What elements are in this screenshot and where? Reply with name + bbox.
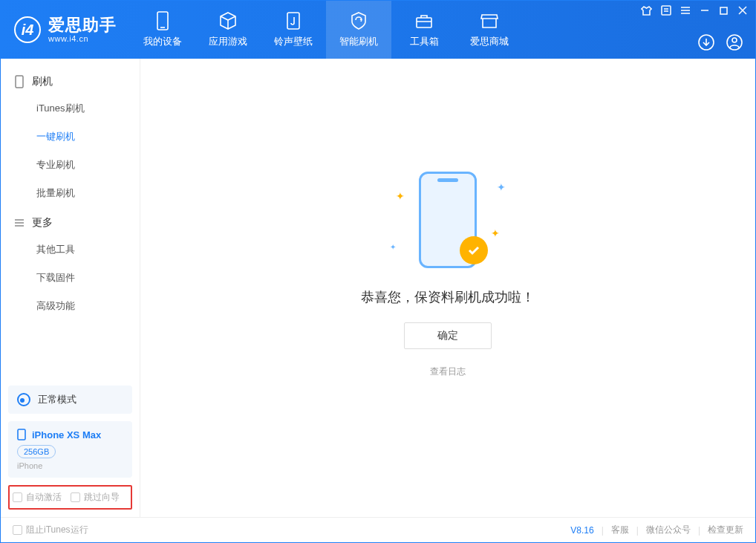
- sidebar-item-batch-flash[interactable]: 批量刷机: [1, 179, 140, 207]
- brand: i4 爱思助手 www.i4.cn: [1, 1, 130, 59]
- status-bar: 阻止iTunes运行 V8.16 | 客服 | 微信公众号 | 检查更新: [1, 517, 755, 542]
- ok-button[interactable]: 确定: [404, 322, 492, 349]
- main-content: ✦✦✦✦ 恭喜您，保资料刷机成功啦！ 确定 查看日志: [140, 59, 755, 517]
- phone-icon: [153, 11, 172, 30]
- sidebar-item-itunes-flash[interactable]: iTunes刷机: [1, 94, 140, 123]
- mode-status-icon: [17, 393, 30, 406]
- nav-smart-flash[interactable]: 智能刷机: [326, 1, 391, 59]
- svg-rect-17: [16, 76, 23, 88]
- device-name: iPhone XS Max: [32, 429, 101, 440]
- svg-rect-3: [417, 18, 431, 27]
- list-icon: [14, 218, 25, 227]
- svg-rect-2: [287, 13, 299, 29]
- sidebar: 刷机 iTunes刷机 一键刷机 专业刷机 批量刷机 更多 其他工具 下载固件 …: [1, 59, 140, 517]
- check-update-link[interactable]: 检查更新: [708, 524, 743, 536]
- close-icon[interactable]: [737, 5, 748, 16]
- sidebar-item-advanced[interactable]: 高级功能: [1, 292, 140, 320]
- svg-rect-21: [18, 429, 25, 440]
- brand-subtitle: www.i4.cn: [48, 34, 117, 43]
- checkbox-icon: [13, 525, 22, 535]
- refresh-shield-icon: [349, 11, 368, 30]
- brand-logo: i4: [14, 16, 41, 43]
- device-type: iPhone: [17, 461, 123, 470]
- user-icon[interactable]: [726, 33, 743, 51]
- device-card[interactable]: iPhone XS Max 256GB iPhone: [8, 421, 132, 478]
- checkbox-block-itunes[interactable]: 阻止iTunes运行: [13, 524, 88, 536]
- maximize-icon[interactable]: [719, 6, 729, 16]
- toolbox-icon: [414, 11, 434, 30]
- tshirt-icon[interactable]: [641, 6, 652, 16]
- checkbox-icon: [71, 492, 80, 502]
- sidebar-group-more: 更多: [1, 207, 140, 235]
- mode-label: 正常模式: [38, 393, 76, 406]
- sidebar-item-download-firmware[interactable]: 下载固件: [1, 264, 140, 292]
- nav-store[interactable]: 爱思商城: [457, 1, 522, 59]
- window-controls: [641, 5, 748, 16]
- checkbox-auto-activate[interactable]: 自动激活: [13, 491, 62, 504]
- download-icon[interactable]: [697, 33, 715, 51]
- version-label: V8.16: [570, 525, 593, 536]
- cube-icon: [218, 11, 238, 30]
- store-icon: [480, 11, 499, 30]
- check-badge-icon: [460, 236, 488, 264]
- title-bar: i4 爱思助手 www.i4.cn 我的设备 应用游戏 铃声壁纸 智能刷机: [1, 1, 755, 59]
- checkbox-icon: [13, 492, 22, 502]
- menu-icon[interactable]: [680, 6, 691, 15]
- music-file-icon: [284, 11, 303, 30]
- sidebar-group-flash: 刷机: [1, 66, 140, 94]
- wechat-link[interactable]: 微信公众号: [646, 524, 691, 536]
- nav-apps-games[interactable]: 应用游戏: [195, 1, 261, 59]
- checkbox-skip-guide[interactable]: 跳过向导: [71, 491, 120, 504]
- svg-point-16: [732, 38, 737, 42]
- success-message: 恭喜您，保资料刷机成功啦！: [361, 288, 535, 306]
- svg-rect-11: [720, 7, 727, 14]
- device-icon: [17, 429, 26, 440]
- sidebar-item-onekey-flash[interactable]: 一键刷机: [1, 123, 140, 151]
- support-link[interactable]: 客服: [611, 524, 629, 536]
- mode-card[interactable]: 正常模式: [8, 386, 132, 414]
- brand-title: 爱思助手: [48, 16, 117, 34]
- device-capacity: 256GB: [17, 445, 56, 458]
- sidebar-item-pro-flash[interactable]: 专业刷机: [1, 151, 140, 179]
- svg-rect-4: [662, 6, 671, 15]
- nav-rings-wallpapers[interactable]: 铃声壁纸: [261, 1, 326, 59]
- top-nav: 我的设备 应用游戏 铃声壁纸 智能刷机 工具箱 爱思商城: [130, 1, 522, 59]
- highlight-box: 自动激活 跳过向导: [8, 485, 132, 510]
- success-illustration: ✦✦✦✦: [388, 168, 507, 272]
- view-log-link[interactable]: 查看日志: [430, 365, 466, 378]
- sidebar-item-other-tools[interactable]: 其他工具: [1, 235, 140, 264]
- minimize-icon[interactable]: [700, 5, 710, 16]
- feedback-icon[interactable]: [661, 5, 671, 16]
- nav-toolbox[interactable]: 工具箱: [391, 1, 457, 59]
- nav-my-device[interactable]: 我的设备: [130, 1, 195, 59]
- phone-small-icon: [14, 75, 25, 88]
